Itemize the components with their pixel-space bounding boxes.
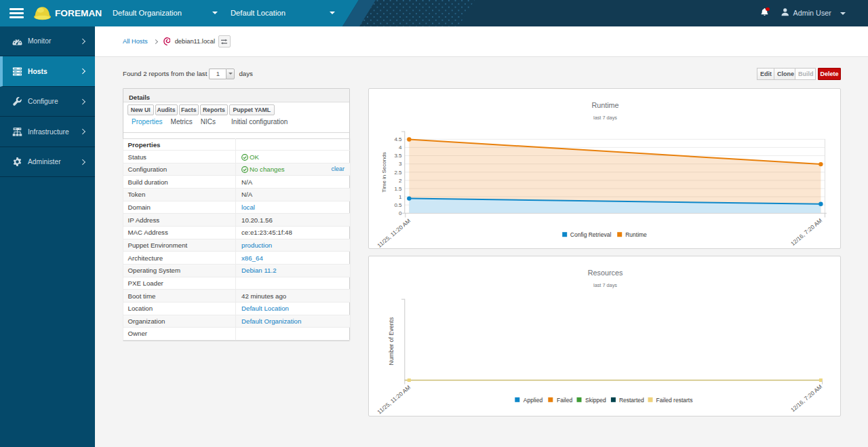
svg-text:12/16, 7:20 AM: 12/16, 7:20 AM [789, 383, 823, 413]
svg-text:0.5: 0.5 [394, 202, 402, 208]
svg-text:0: 0 [399, 210, 402, 216]
svg-text:Time in Seconds: Time in Seconds [381, 152, 387, 192]
svg-text:Restarted: Restarted [619, 397, 644, 404]
svg-text:11/25, 11:20 AM: 11/25, 11:20 AM [376, 217, 412, 248]
svg-text:2.5: 2.5 [394, 170, 402, 176]
svg-text:3: 3 [399, 161, 402, 167]
svg-text:Failed: Failed [557, 397, 572, 404]
svg-text:Runtime: Runtime [625, 231, 647, 238]
svg-text:4: 4 [399, 144, 402, 151]
svg-text:Skipped: Skipped [585, 397, 606, 404]
svg-text:last 7 days: last 7 days [593, 282, 617, 288]
svg-text:4.5: 4.5 [394, 136, 402, 142]
svg-text:Number of Events: Number of Events [388, 317, 395, 366]
svg-text:2: 2 [399, 178, 402, 184]
svg-text:3.5: 3.5 [394, 153, 402, 159]
svg-text:12/16, 7:20 AM: 12/16, 7:20 AM [789, 217, 823, 247]
svg-text:Failed restarts: Failed restarts [656, 397, 693, 404]
svg-text:last 7 days: last 7 days [593, 115, 617, 121]
svg-text:11/25, 11:20 AM: 11/25, 11:20 AM [376, 384, 412, 416]
svg-text:Resources: Resources [588, 269, 623, 277]
svg-text:1: 1 [399, 194, 402, 200]
svg-text:Applied: Applied [524, 397, 543, 404]
svg-text:1.5: 1.5 [394, 186, 402, 192]
svg-text:Runtime: Runtime [591, 101, 618, 109]
svg-text:Config Retrieval: Config Retrieval [570, 231, 612, 238]
